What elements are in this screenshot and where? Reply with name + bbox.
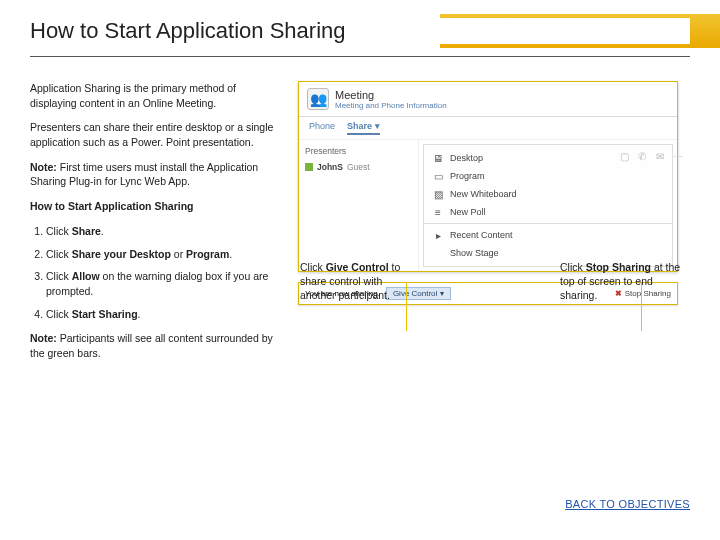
screenshot-meeting-window: 👥 Meeting Meeting and Phone Information … <box>298 81 678 272</box>
t: Allow <box>72 270 100 282</box>
menu-separator <box>424 223 672 224</box>
presenters-heading: Presenters <box>305 146 412 156</box>
t: . <box>101 225 104 237</box>
meeting-icon: 👥 <box>307 88 329 110</box>
meeting-header: 👥 Meeting Meeting and Phone Information <box>299 82 677 117</box>
tab-phone[interactable]: Phone <box>309 121 335 135</box>
presenter-name: JohnS <box>317 162 343 172</box>
share-menu: 🖥Desktop ▭Program ▨New Whiteboard ≡New P… <box>423 144 673 267</box>
t: or <box>171 248 186 260</box>
meeting-subtitle: Meeting and Phone Information <box>335 101 447 110</box>
more-icon[interactable]: ⋯ <box>672 151 684 162</box>
meeting-title-block: Meeting Meeting and Phone Information <box>335 89 447 110</box>
t: . <box>229 248 232 260</box>
menu-label: Recent Content <box>450 230 513 240</box>
subheading-text: How to Start Application Sharing <box>30 200 194 212</box>
menu-recent[interactable]: ▸Recent Content <box>424 226 672 244</box>
left-text-column: Application Sharing is the primary metho… <box>30 81 280 371</box>
right-screenshot-column: 👥 Meeting Meeting and Phone Information … <box>298 81 690 371</box>
steps-list: Click Share. Click Share your Desktop or… <box>30 224 280 321</box>
menu-label: New Whiteboard <box>450 189 517 199</box>
menu-label: Show Stage <box>450 248 499 258</box>
title-rule <box>30 56 690 57</box>
presenter-tag: Guest <box>347 162 370 172</box>
t: Start Sharing <box>72 308 138 320</box>
step-2: Click Share your Desktop or Program. <box>46 247 280 262</box>
blank-icon <box>432 247 444 259</box>
t: Click <box>46 248 72 260</box>
content-row: Application Sharing is the primary metho… <box>30 81 690 371</box>
intro-paragraph-2: Presenters can share their entire deskto… <box>30 120 280 149</box>
t: Give Control <box>326 261 389 273</box>
callout-give-control: Click Give Control to share control with… <box>300 260 420 303</box>
t: Stop Sharing <box>586 261 651 273</box>
step-1: Click Share. <box>46 224 280 239</box>
t: Click <box>560 261 586 273</box>
note-text: First time users must install the Applic… <box>30 161 258 188</box>
step-4: Click Start Sharing. <box>46 307 280 322</box>
menu-label: Program <box>450 171 485 181</box>
intro-paragraph-1: Application Sharing is the primary metho… <box>30 81 280 110</box>
menu-whiteboard[interactable]: ▨New Whiteboard <box>424 185 672 203</box>
note-text-2: Participants will see all content surrou… <box>30 332 273 359</box>
menu-program[interactable]: ▭Program <box>424 167 672 185</box>
meeting-body: Presenters JohnS Guest 🖥Desktop ▭Program… <box>299 140 677 271</box>
desktop-icon: 🖥 <box>432 152 444 164</box>
back-to-objectives-link[interactable]: BACK TO OBJECTIVES <box>565 498 690 510</box>
im-icon[interactable]: ✉ <box>654 151 666 162</box>
program-icon: ▭ <box>432 170 444 182</box>
page-title: How to Start Application Sharing <box>30 18 690 44</box>
t: Click <box>46 225 72 237</box>
note-label-2: Note: <box>30 332 57 344</box>
presence-square-icon <box>305 163 313 171</box>
meeting-title: Meeting <box>335 89 447 101</box>
t: Click <box>300 261 326 273</box>
note-plugin: Note: First time users must install the … <box>30 160 280 189</box>
subheading: How to Start Application Sharing <box>30 199 280 214</box>
video-icon[interactable]: ▢ <box>618 151 630 162</box>
menu-label: New Poll <box>450 207 486 217</box>
whiteboard-icon: ▨ <box>432 188 444 200</box>
poll-icon: ≡ <box>432 206 444 218</box>
t: Share <box>72 225 101 237</box>
t: Click <box>46 270 72 282</box>
step-3: Click Allow on the warning dialog box if… <box>46 269 280 298</box>
chevron-right-icon: ▸ <box>432 229 444 241</box>
t: . <box>138 308 141 320</box>
phone-icon[interactable]: ✆ <box>636 151 648 162</box>
t: Share your Desktop <box>72 248 171 260</box>
menu-poll[interactable]: ≡New Poll <box>424 203 672 221</box>
tab-share[interactable]: Share ▾ <box>347 121 380 135</box>
meeting-tabs: Phone Share ▾ <box>299 117 677 140</box>
note-label: Note: <box>30 161 57 173</box>
note-greenbars: Note: Participants will see all content … <box>30 331 280 360</box>
t: Click <box>46 308 72 320</box>
participant-action-icons: ▢ ✆ ✉ ⋯ <box>618 151 684 162</box>
presenter-row: JohnS Guest <box>305 162 412 172</box>
callout-stop-sharing: Click Stop Sharing at the top of screen … <box>560 260 690 303</box>
t: Program <box>186 248 229 260</box>
menu-label: Desktop <box>450 153 483 163</box>
presenters-panel: Presenters JohnS Guest <box>299 140 419 271</box>
page-container: How to Start Application Sharing Applica… <box>0 0 720 371</box>
